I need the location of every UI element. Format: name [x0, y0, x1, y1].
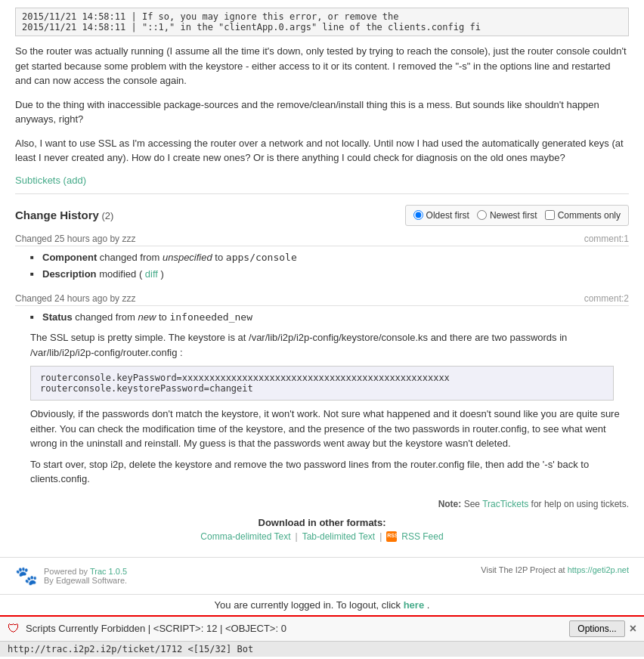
field-new-component: apps/console [226, 252, 297, 263]
note-after: for help on using tickets. [531, 499, 629, 509]
tab-delimited-link[interactable]: Tab-delimited Text [302, 531, 376, 542]
log-box: 2015/11/21 14:58:11 | If so, you may ign… [15, 8, 629, 36]
newest-first-label[interactable]: Newest first [477, 210, 537, 221]
field-name-component: Component [42, 252, 97, 263]
scripts-icon: 🛡 [8, 622, 20, 636]
field-status: Status changed from new to infoneeded_ne… [30, 311, 629, 324]
note-section: Note: See TracTickets for help on using … [15, 499, 629, 509]
sep-1: | [296, 531, 298, 542]
field-name-description: Description [42, 268, 97, 280]
status-bar: http://trac.i2p2.i2p/ticket/1712 <[15/32… [0, 641, 644, 657]
logout-link[interactable]: here [404, 599, 424, 611]
subtickets-section: Subtickets (add) [15, 175, 629, 186]
comments-only-checkbox[interactable] [545, 210, 555, 220]
comments-only-label[interactable]: Comments only [545, 210, 621, 221]
field-connector-status: to [159, 311, 169, 323]
scripts-text: Scripts Currently Forbidden | <SCRIPT>: … [26, 623, 286, 634]
change-history-title-container: Change History (2) [15, 209, 113, 221]
comment-id-2: comment:2 [584, 293, 629, 304]
code-block: routerconsole.keyPassword=xxxxxxxxxxxxxx… [30, 366, 614, 401]
field-old-component: unspecified [163, 252, 212, 263]
comment-text-para2: Obviously, if the passwords don't match … [30, 407, 629, 451]
footer-right: Visit The I2P Project at https://geti2p.… [481, 565, 629, 574]
download-links: Comma-delimited Text | Tab-delimited Tex… [15, 531, 629, 542]
description-para3: Also, I want to use SSL as I'm accessing… [15, 136, 629, 166]
sort-options: Oldest first Newest first Comments only [405, 205, 629, 226]
newest-first-radio[interactable] [477, 210, 487, 220]
trac-logo: 🐾 Powered by Trac 1.0.5 By Edgewall Soft… [15, 565, 127, 586]
login-bar: You are currently logged in. To logout, … [0, 594, 644, 615]
field-new-status: infoneeded_new [169, 311, 252, 323]
i2p-project-link[interactable]: https://geti2p.net [568, 565, 629, 574]
change-entry-2: Changed 24 hours ago by zzz comment:2 St… [15, 293, 629, 487]
trac-version-link[interactable]: Trac 1.0.5 [90, 567, 127, 576]
login-text: You are currently logged in. To logout, … [215, 599, 401, 611]
field-close-paren: ) [161, 268, 164, 280]
scripts-bar-right: Options... × [569, 620, 636, 637]
trac-tickets-link[interactable]: TracTickets [482, 499, 528, 509]
field-old-status: new [138, 311, 156, 323]
powered-by-text: Powered by [44, 567, 88, 576]
field-action-description: modified ( [99, 268, 142, 280]
change-fields-1: Component changed from unspecified to ap… [30, 251, 629, 281]
change-fields-2: Status changed from new to infoneeded_ne… [30, 311, 629, 324]
log-line-1: 2015/11/21 14:58:11 | If so, you may ign… [22, 11, 622, 22]
change-count: (2) [101, 210, 113, 221]
footer: 🐾 Powered by Trac 1.0.5 By Edgewall Soft… [0, 557, 644, 594]
comment-id-1: comment:1 [584, 234, 629, 244]
description-para1: So the router was actually running (I as… [15, 44, 629, 88]
change-history-header: Change History (2) Oldest first Newest f… [15, 205, 629, 226]
change-entry-1: Changed 25 hours ago by zzz comment:1 Co… [15, 234, 629, 281]
rss-feed-link[interactable]: RSS Feed [401, 531, 443, 542]
field-description: Description modified ( diff ) [30, 268, 629, 281]
field-component: Component changed from unspecified to ap… [30, 251, 629, 265]
close-button[interactable]: × [630, 622, 636, 636]
comma-delimited-link[interactable]: Comma-delimited Text [200, 531, 290, 542]
field-action-component: changed from [100, 252, 163, 263]
change-meta-text-2: Changed 24 hours ago by zzz [15, 293, 135, 304]
field-action-status: changed from [75, 311, 138, 323]
login-period: . [427, 599, 430, 611]
change-meta-2: Changed 24 hours ago by zzz comment:2 [15, 293, 629, 306]
options-button[interactable]: Options... [569, 620, 624, 637]
oldest-first-text: Oldest first [426, 210, 469, 221]
newest-first-text: Newest first [490, 210, 537, 221]
change-meta-text-1: Changed 25 hours ago by zzz [15, 234, 135, 244]
scripts-bar-left: 🛡 Scripts Currently Forbidden | <SCRIPT>… [8, 622, 286, 636]
field-name-status: Status [42, 311, 73, 323]
description-para2: Due to the thing with inaccessible packa… [15, 97, 629, 127]
field-connector-component: to [215, 252, 225, 263]
oldest-first-radio[interactable] [413, 210, 423, 220]
download-section: Download in other formats: Comma-delimit… [15, 517, 629, 542]
comment-text-para1: The SSL setup is pretty simple. The keys… [30, 330, 629, 360]
download-title: Download in other formats: [259, 517, 386, 528]
status-text: http://trac.i2p2.i2p/ticket/1712 <[15/32… [8, 644, 253, 654]
note-text: See [464, 499, 480, 509]
comment-text-para3: To start over, stop i2p, delete the keys… [30, 457, 629, 487]
powered-by-line1: Powered by Trac 1.0.5 [44, 567, 127, 576]
subtickets-add-link[interactable]: (add) [63, 175, 86, 186]
powered-by: Powered by Trac 1.0.5 By Edgewall Softwa… [44, 567, 127, 585]
log-line-2: 2015/11/21 14:58:11 | "::1," in the "cli… [22, 22, 622, 32]
scripts-bar: 🛡 Scripts Currently Forbidden | <SCRIPT>… [0, 615, 644, 641]
powered-by-line2: By Edgewall Software. [44, 576, 127, 585]
note-label: Note: [438, 499, 462, 509]
visit-text: Visit The I2P Project at [481, 565, 565, 574]
comments-only-text: Comments only [558, 210, 621, 221]
main-content: 2015/11/21 14:58:11 | If so, you may ign… [0, 0, 644, 557]
change-history-title: Change History [15, 209, 99, 221]
oldest-first-label[interactable]: Oldest first [413, 210, 469, 221]
sep-2: | [379, 531, 382, 542]
rss-icon [386, 531, 397, 542]
section-divider [15, 193, 629, 194]
trac-paw-icon: 🐾 [15, 565, 38, 586]
description-diff-link[interactable]: diff [145, 268, 158, 280]
change-meta-1: Changed 25 hours ago by zzz comment:1 [15, 234, 629, 246]
subtickets-link[interactable]: Subtickets [15, 175, 60, 186]
